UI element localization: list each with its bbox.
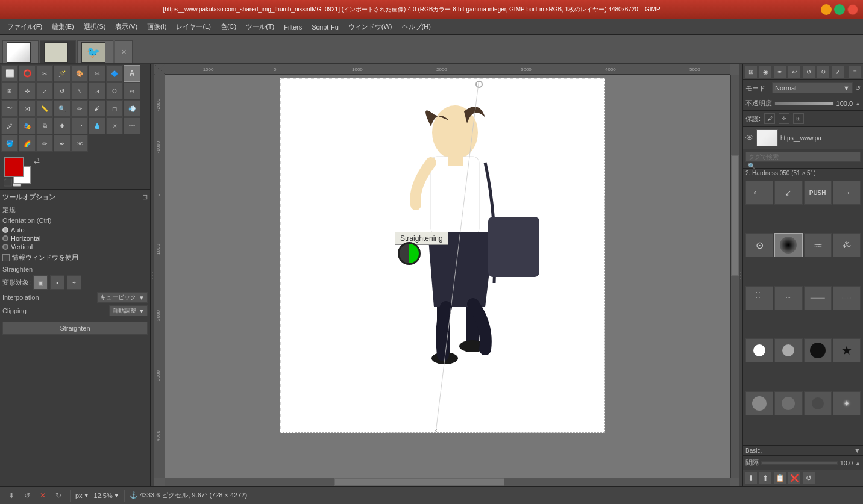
menu-color[interactable]: 色(C) xyxy=(216,21,241,33)
history-panel-icon[interactable]: ↩ xyxy=(788,65,801,78)
channels-panel-icon[interactable]: ◉ xyxy=(759,65,772,78)
tool-blur[interactable]: 💧 xyxy=(89,117,105,134)
tool-zoom[interactable]: 🔍 xyxy=(54,100,71,117)
tool-rect-select[interactable]: ⬜ xyxy=(1,65,18,82)
tool-perspective-clone[interactable]: ⋯ xyxy=(71,117,88,134)
undo-icon[interactable]: ↺ xyxy=(802,65,815,78)
spacing-arrow-up[interactable]: ▲ xyxy=(855,460,861,466)
menu-windows[interactable]: ウィンドウ(W) xyxy=(344,21,397,33)
protect-pixels-icon[interactable]: 🖌 xyxy=(764,113,775,124)
horizontal-scrollbar[interactable] xyxy=(165,478,730,486)
swap-colors-icon[interactable]: ⇄ xyxy=(34,157,40,165)
tool-options-expand-icon[interactable]: ⊡ xyxy=(142,193,148,201)
tool-mypaint[interactable]: 🎭 xyxy=(19,117,36,134)
brush-cell-4[interactable]: → xyxy=(833,181,861,205)
menu-edit[interactable]: 編集(E) xyxy=(47,21,79,33)
brush-cell-2[interactable]: ↙ xyxy=(774,181,802,205)
vertical-scrollbar[interactable] xyxy=(730,75,739,478)
delete-layer-icon[interactable]: ↺ xyxy=(802,471,815,485)
tool-perspective[interactable]: ⬡ xyxy=(106,82,123,99)
brush-cell-18[interactable] xyxy=(774,391,802,415)
foreground-color[interactable] xyxy=(4,157,24,177)
tool-text[interactable]: A xyxy=(124,65,140,82)
tool-path[interactable]: ✒ xyxy=(54,135,71,152)
opacity-slider[interactable] xyxy=(774,102,834,105)
tab-3[interactable]: 🐦 xyxy=(77,40,113,63)
tool-flip[interactable]: ⇔ xyxy=(124,82,140,99)
fit-icon[interactable]: ⤢ xyxy=(831,65,844,78)
tool-scissors[interactable]: ✄ xyxy=(89,65,105,82)
brush-cell-1[interactable]: ⟵ xyxy=(745,181,773,205)
opacity-arrow-up[interactable]: ▲ xyxy=(855,101,861,107)
paths-panel-icon[interactable]: ✒ xyxy=(773,65,786,78)
tool-align[interactable]: ⊞ xyxy=(1,82,18,99)
unit-selector[interactable]: px ▼ xyxy=(75,492,89,499)
brush-dropdown-arrow[interactable]: ▼ xyxy=(854,447,861,454)
tab-close[interactable]: ✕ xyxy=(115,40,133,63)
tool-paint[interactable]: ✏ xyxy=(71,100,88,117)
layer-visibility-icon[interactable]: 👁 xyxy=(745,133,754,143)
brush-cell-7[interactable]: ≈≈≈ xyxy=(804,233,832,257)
brush-cell-13[interactable] xyxy=(745,338,773,362)
tool-ink[interactable]: 🖊 xyxy=(1,117,18,134)
mode-dropdown[interactable]: Normal ▼ xyxy=(772,82,853,93)
menu-scriptfu[interactable]: Script-Fu xyxy=(307,22,344,32)
zoom-selector[interactable]: 12.5% ▼ xyxy=(94,492,119,499)
tool-crop[interactable]: ⤢ xyxy=(36,82,53,99)
menu-layer[interactable]: レイヤー(L) xyxy=(171,21,215,33)
duplicate-layer-icon[interactable]: ❌ xyxy=(788,471,801,485)
brush-cell-10[interactable]: ⋯ xyxy=(774,286,802,310)
image-canvas[interactable]: Straightening xyxy=(280,78,605,433)
brush-cell-16[interactable]: ★ xyxy=(833,338,861,362)
protect-position-icon[interactable]: ✛ xyxy=(779,113,789,124)
tool-pencil[interactable]: ✏ xyxy=(36,135,53,152)
tool-smudge[interactable]: 〰 xyxy=(124,117,140,134)
tool-blend[interactable]: 🌈 xyxy=(19,135,36,152)
menu-filters[interactable]: Filters xyxy=(279,22,307,32)
mode-undo-icon[interactable]: ↺ xyxy=(855,84,861,92)
tool-clone[interactable]: ⧉ xyxy=(36,117,53,134)
radio-auto-btn[interactable] xyxy=(2,227,8,233)
history-clear-icon[interactable]: ✕ xyxy=(36,489,49,502)
menu-help[interactable]: ヘルプ(H) xyxy=(397,21,436,33)
interpolation-dropdown[interactable]: キュービック ▼ xyxy=(97,292,148,303)
clipping-dropdown[interactable]: 自動調整 ▼ xyxy=(109,305,148,316)
close-button[interactable] xyxy=(847,4,858,15)
new-layer-icon[interactable]: ⬇ xyxy=(744,471,758,485)
tool-dodge[interactable]: ☀ xyxy=(106,117,123,134)
tool-ellipse-select[interactable]: ⭕ xyxy=(19,65,36,82)
radio-vertical-btn[interactable] xyxy=(2,244,8,250)
tool-measure[interactable]: 📏 xyxy=(36,100,53,117)
history-redo-icon[interactable]: ↻ xyxy=(52,489,65,502)
radio-auto[interactable]: Auto xyxy=(2,226,148,234)
brush-cell-12[interactable]: ▭▭ xyxy=(833,286,861,310)
tool-foreground-select[interactable]: 🔷 xyxy=(106,65,123,82)
transform-target-selection[interactable]: ▪ xyxy=(50,275,64,290)
tool-airbrush[interactable]: 💨 xyxy=(124,100,140,117)
brush-cell-14[interactable] xyxy=(774,338,802,362)
menu-file[interactable]: ファイル(F) xyxy=(2,21,47,33)
brush-cell-20[interactable]: ✦ xyxy=(833,391,861,415)
tool-bucket-fill[interactable]: 🪣 xyxy=(1,135,18,152)
redo-icon[interactable]: ↻ xyxy=(817,65,830,78)
lower-layer-icon[interactable]: 📋 xyxy=(773,471,786,485)
brush-cell-11[interactable]: ▬▬▬ xyxy=(804,286,832,310)
straighten-button[interactable]: Straighten xyxy=(2,322,148,335)
minimize-button[interactable] xyxy=(821,4,832,15)
tool-select-by-color[interactable]: 🎨 xyxy=(71,65,88,82)
tool-eraser[interactable]: ◻ xyxy=(106,100,123,117)
tool-scale[interactable]: ⤡ xyxy=(71,82,88,99)
tool-move[interactable]: ✛ xyxy=(19,82,36,99)
tab-2[interactable] xyxy=(40,40,76,63)
layers-panel-icon[interactable]: ⊞ xyxy=(744,65,758,78)
raise-layer-icon[interactable]: ⬆ xyxy=(759,471,772,485)
maximize-button[interactable] xyxy=(834,4,845,15)
protect-lock-icon[interactable]: ⊞ xyxy=(793,113,804,124)
brush-cell-19[interactable] xyxy=(804,391,832,415)
tool-fuzzy-select[interactable]: 🪄 xyxy=(54,65,71,82)
radio-horizontal[interactable]: Horizontal xyxy=(2,235,148,242)
transform-target-path[interactable]: ✒ xyxy=(67,275,81,290)
info-window-checkbox[interactable] xyxy=(2,254,10,261)
brush-cell-8[interactable]: ⁂ xyxy=(833,233,861,257)
tool-warp[interactable]: 〜 xyxy=(1,100,18,117)
